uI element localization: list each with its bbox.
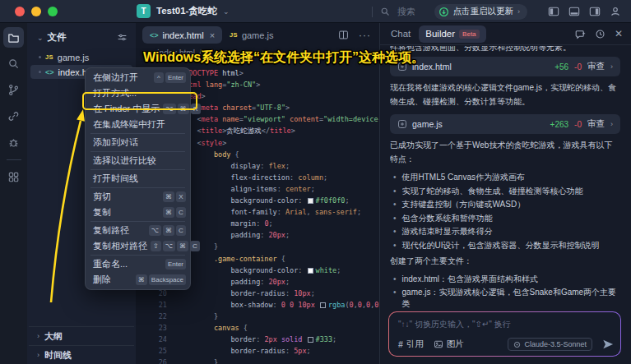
model-selector[interactable]: Claude-3.5-Sonnet: [508, 338, 592, 351]
traffic-lights: [15, 7, 58, 16]
bullet-dot-icon: •: [393, 213, 397, 224]
beta-badge: Beta: [459, 30, 479, 39]
line-number: 22: [136, 311, 180, 322]
modified-dot-icon: [39, 56, 41, 58]
menu-item-rename[interactable]: 重命名...Enter: [86, 256, 190, 272]
activity-bar: [0, 23, 27, 364]
toggle-left-panel-icon[interactable]: [548, 6, 559, 17]
menu-item-open-timeline[interactable]: 打开时间线: [86, 171, 190, 187]
app-logo: T: [137, 4, 151, 18]
menu-separator: [90, 133, 185, 134]
html-file-icon: <>: [45, 68, 54, 76]
bullet-dot-icon: •: [393, 287, 397, 309]
chat-bullet: •游戏结束时显示最终得分: [393, 226, 620, 237]
reference-button[interactable]: # 引用: [398, 339, 424, 350]
hash-icon: #: [398, 339, 403, 349]
debug-icon[interactable]: [3, 132, 24, 153]
close-window-button[interactable]: [15, 7, 25, 16]
color-swatch-icon: [320, 302, 326, 308]
color-swatch-icon: [308, 198, 313, 204]
chevron-down-icon[interactable]: ⌄: [37, 34, 44, 42]
keycap: ⌥: [163, 241, 175, 251]
search-placeholder: 搜索: [397, 6, 415, 18]
keycap: ⌘: [163, 191, 174, 202]
chat-panel: Chat Builder Beta ✕ 件将包含游戏画面、分数显示和控制说明等元…: [379, 23, 631, 364]
chat-bullet: •包含分数系统和暂停功能: [393, 213, 620, 224]
chat-input[interactable]: "↑↓" 切换历史输入，"⇧↵" 换行 # 引用 图片: [389, 312, 620, 356]
menu-item-copy-relative-path[interactable]: 复制相对路径⇧⌥⌘C: [86, 238, 190, 254]
tab-builder[interactable]: Builder Beta: [419, 25, 485, 43]
search-icon: [380, 7, 390, 16]
toggle-bottom-panel-icon[interactable]: [568, 6, 580, 17]
source-control-icon[interactable]: [3, 80, 24, 100]
explorer-icon[interactable]: [3, 27, 24, 48]
html-file-icon: <>: [150, 31, 159, 39]
menu-item-open-in-terminal[interactable]: 在集成终端中打开: [86, 117, 190, 132]
keycap: C: [176, 207, 186, 218]
line-number: 21: [136, 299, 180, 311]
menu-item-add-to-chat[interactable]: 添加到对话: [86, 135, 190, 150]
files-section-title: 文件: [48, 31, 113, 44]
project-switcher[interactable]: T Test01-贪吃蛇 ⌄: [137, 4, 229, 18]
close-tab-icon[interactable]: ×: [210, 30, 215, 40]
history-icon[interactable]: [595, 29, 605, 39]
keycap: C: [190, 241, 200, 251]
menu-item-copy[interactable]: 复制⌘C: [86, 205, 190, 220]
split-editor-icon[interactable]: [338, 30, 349, 40]
chevron-right-icon: ›: [610, 62, 613, 71]
menu-item-open-to-side[interactable]: 在侧边打开^Enter: [86, 70, 190, 85]
menu-item-cut[interactable]: 剪切⌘X: [86, 189, 190, 205]
chat-paragraph: 已成功实现了一个基于Web技术的贪吃蛇游戏，游戏具有以下特点：: [390, 138, 620, 166]
code-line: 26 }: [136, 357, 379, 364]
timeline-section[interactable]: › 时间线: [27, 346, 136, 364]
code-line: 25 border-radius: 5px;: [136, 345, 379, 357]
code-line: 21 box-shadow: 0 0 10px rgba(0,0,0,0.: [136, 299, 379, 311]
tab-gamejs[interactable]: JS game.js: [222, 26, 281, 44]
image-button[interactable]: 图片: [434, 339, 464, 350]
restart-to-update-button[interactable]: 点击重启以更新 ›: [434, 4, 528, 20]
chat-bullet: •支持键盘控制（方向键或WASD）: [393, 199, 620, 210]
close-panel-icon[interactable]: ✕: [615, 28, 623, 39]
code-line: 22 }: [136, 311, 379, 322]
file-item-gamejs[interactable]: JS game.js: [30, 50, 132, 64]
search-files-icon[interactable]: [3, 53, 24, 74]
tab-chat[interactable]: Chat: [391, 29, 411, 39]
code-line: 23 canvas {: [136, 322, 379, 334]
zoom-window-button[interactable]: [48, 7, 58, 16]
lines-removed: -0: [574, 120, 582, 129]
outline-section[interactable]: › 大纲: [27, 327, 136, 345]
menu-item-select-for-compare[interactable]: 选择以进行比较: [86, 153, 190, 168]
menu-item-copy-path[interactable]: 复制路径⌥⌘C: [86, 223, 190, 238]
keycap: ⌘: [163, 207, 174, 218]
plus-circle-icon: [397, 119, 407, 129]
lines-added: +56: [554, 62, 568, 71]
lines-removed: -0: [574, 62, 582, 71]
keycap: Enter: [165, 72, 186, 83]
image-icon: [434, 339, 443, 349]
toggle-right-panel-icon[interactable]: [589, 6, 601, 17]
filter-icon[interactable]: [117, 32, 128, 43]
keycap: Enter: [165, 259, 186, 270]
minimize-window-button[interactable]: [31, 7, 41, 16]
more-actions-icon[interactable]: ···: [359, 30, 371, 41]
review-link[interactable]: 审查: [587, 61, 605, 72]
file-change-card-gamejs[interactable]: game.js +263 -0 审查 ›: [390, 114, 620, 134]
chat-bullet: •现代化的UI设计，包含游戏容器、分数显示和控制说明: [393, 240, 620, 251]
chat-bullet: •index.html：包含游戏界面结构和样式: [393, 274, 620, 285]
tab-indexhtml[interactable]: <> index.html ×: [142, 26, 222, 44]
js-file-icon: JS: [45, 53, 53, 61]
account-icon[interactable]: [610, 6, 621, 17]
line-number: 26: [136, 357, 180, 364]
review-link[interactable]: 审查: [587, 118, 605, 130]
chat-messages: 件将包含游戏画面、分数显示和控制说明等元素。 index.html +56 -0…: [390, 46, 620, 311]
global-search[interactable]: 搜索: [372, 0, 415, 23]
remote-link-icon[interactable]: [3, 106, 24, 127]
extensions-icon[interactable]: [3, 167, 24, 187]
menu-item-delete[interactable]: 删除⌘Backspace: [86, 272, 190, 288]
chat-paragraph: 创建了两个主要文件：: [390, 254, 620, 268]
chevron-right-icon: ›: [37, 351, 39, 359]
modified-dot-icon: [39, 71, 41, 73]
download-update-icon: [438, 7, 449, 17]
new-chat-icon[interactable]: [575, 29, 586, 39]
send-icon[interactable]: [602, 339, 614, 350]
